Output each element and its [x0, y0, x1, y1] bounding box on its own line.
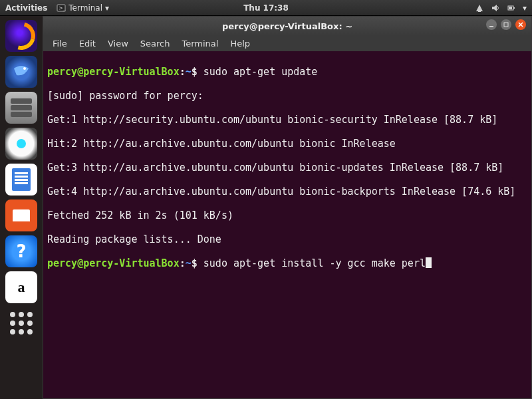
network-icon[interactable]	[475, 3, 484, 13]
prompt-path: ~	[186, 257, 192, 269]
window-titlebar[interactable]: percy@percy-VirtualBox: ~	[43, 17, 531, 35]
minimize-button[interactable]	[486, 19, 497, 30]
window-title: percy@percy-VirtualBox: ~	[222, 21, 352, 31]
minimize-icon	[489, 22, 494, 27]
close-button[interactable]	[515, 19, 526, 30]
app-menu-label: Terminal	[68, 3, 102, 13]
apps-grid-icon	[10, 312, 33, 334]
dock-files[interactable]	[5, 92, 37, 124]
launcher-dock: ? a	[0, 16, 43, 399]
terminal-output-line: [sudo] password for percy:	[47, 90, 527, 102]
terminal-window: percy@percy-VirtualBox: ~ File Edit View…	[43, 16, 532, 399]
svg-text:>_: >_	[59, 5, 66, 11]
volume-icon[interactable]	[491, 3, 500, 13]
svg-point-7	[23, 67, 26, 70]
clock: Thu 17:38	[243, 3, 289, 13]
activities-button[interactable]: Activities	[5, 3, 47, 13]
app-menu-terminal[interactable]: >_ Terminal ▾	[57, 3, 109, 13]
top-panel: Activities >_ Terminal ▾ Thu 17:38 ▾	[0, 0, 532, 16]
menu-file[interactable]: File	[47, 37, 72, 50]
thunderbird-icon	[11, 62, 31, 82]
system-tray: ▾	[475, 3, 527, 13]
dock-show-applications[interactable]	[5, 307, 37, 339]
svg-rect-9	[504, 23, 508, 27]
svg-marker-3	[492, 5, 497, 11]
battery-icon[interactable]	[507, 3, 516, 13]
prompt-sep: :	[180, 66, 186, 78]
dock-libreoffice-writer[interactable]	[5, 164, 37, 196]
dock-rhythmbox[interactable]	[5, 128, 37, 160]
svg-rect-6	[509, 7, 512, 9]
prompt-dollar: $	[192, 66, 198, 78]
chevron-down-icon: ▾	[105, 3, 109, 13]
terminal-output-line: Get:1 http://security.ubuntu.com/ubuntu …	[47, 114, 527, 126]
terminal-output-line: Fetched 252 kB in 2s (101 kB/s)	[47, 209, 527, 221]
terminal-output-line: Get:3 http://au.archive.ubuntu.com/ubunt…	[47, 162, 527, 174]
menu-edit[interactable]: Edit	[74, 37, 101, 50]
dock-firefox[interactable]	[5, 20, 37, 52]
prompt-path: ~	[186, 66, 192, 78]
terminal-output-line: Get:4 http://au.archive.ubuntu.com/ubunt…	[47, 186, 527, 198]
maximize-button[interactable]	[501, 19, 511, 30]
prompt-userhost: percy@percy-VirtualBox	[47, 66, 180, 78]
svg-rect-8	[489, 26, 493, 27]
prompt-sep: :	[180, 257, 186, 269]
document-icon	[12, 168, 31, 191]
terminal-cursor	[426, 257, 432, 268]
dock-amazon[interactable]: a	[5, 271, 37, 303]
command-text: sudo apt-get update	[198, 66, 318, 78]
maximize-icon	[503, 22, 509, 27]
svg-rect-2	[478, 10, 481, 12]
dock-help[interactable]: ?	[5, 235, 37, 267]
menu-help[interactable]: Help	[225, 37, 255, 50]
menu-search[interactable]: Search	[135, 37, 176, 50]
menu-terminal[interactable]: Terminal	[176, 37, 223, 50]
svg-rect-5	[513, 7, 515, 9]
command-text: sudo apt-get install -y gcc make perl	[198, 257, 426, 269]
terminal-output-line: Hit:2 http://au.archive.ubuntu.com/ubunt…	[47, 138, 527, 150]
terminal-menubar: File Edit View Search Terminal Help	[43, 35, 531, 51]
close-icon	[518, 22, 523, 27]
dock-ubuntu-software[interactable]	[5, 200, 37, 231]
terminal-output-line: Reading package lists... Done	[47, 233, 527, 245]
terminal-icon: >_	[57, 3, 66, 13]
prompt-userhost: percy@percy-VirtualBox	[47, 257, 180, 269]
dock-thunderbird[interactable]	[5, 56, 37, 88]
chevron-down-icon[interactable]: ▾	[523, 3, 527, 13]
window-controls	[486, 19, 526, 30]
terminal-body[interactable]: percy@percy-VirtualBox:~$ sudo apt-get u…	[43, 51, 531, 398]
prompt-dollar: $	[192, 257, 198, 269]
menu-view[interactable]: View	[102, 37, 134, 50]
